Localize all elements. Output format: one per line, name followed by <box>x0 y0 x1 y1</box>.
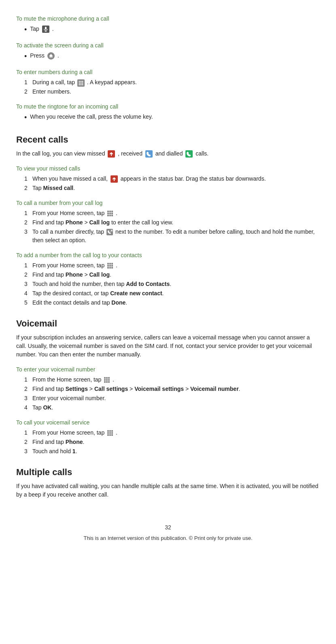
enter-voicemail-list: 1 From the Home screen, tap . 2 <box>24 375 320 412</box>
svg-rect-15 <box>145 150 153 158</box>
step-num: 2 <box>24 184 32 192</box>
enter-numbers-list: 1 During a call, tap . A keypad appears. <box>24 78 320 96</box>
step-num: 2 <box>24 438 32 446</box>
svg-rect-40 <box>104 379 106 381</box>
recent-calls-heading: Recent calls <box>16 133 320 146</box>
enter-numbers-section: To enter numbers during a call 1 During … <box>16 68 320 96</box>
page-footer: 32 This is an Internet version of this p… <box>16 523 320 542</box>
step-text: From your Home screen, tap . <box>32 261 320 270</box>
svg-rect-38 <box>106 377 108 379</box>
activate-screen-heading: To activate the screen during a call <box>16 41 320 50</box>
activate-screen-bullet: • Press . <box>24 51 320 62</box>
svg-rect-32 <box>109 265 111 267</box>
apps-icon-3 <box>104 377 110 383</box>
step-num: 3 <box>24 394 32 403</box>
svg-rect-54 <box>111 434 113 436</box>
svg-rect-25 <box>109 215 111 216</box>
svg-rect-49 <box>107 432 109 434</box>
view-missed-list: 1 When you have missed a call, appears i… <box>24 175 320 192</box>
svg-rect-28 <box>107 263 109 264</box>
add-from-log-heading: To add a number from the call log to you… <box>16 251 320 260</box>
add-from-log-list: 1 From your Home screen, tap . 2 <box>24 261 320 307</box>
mute-ringtone-heading: To mute the ringtone for an incoming cal… <box>16 102 320 111</box>
step-num: 3 <box>24 447 32 456</box>
svg-rect-18 <box>107 211 109 212</box>
dialled-call-icon <box>185 150 193 158</box>
step-num: 1 <box>24 175 32 183</box>
step-num: 1 <box>24 429 32 437</box>
step-text: Find and tap Phone > Call log. <box>32 271 320 279</box>
table-row: 2 Find and tap Phone > Call log. <box>24 271 320 279</box>
table-row: 3 Enter your voicemail number. <box>24 394 320 403</box>
svg-rect-24 <box>107 215 109 216</box>
svg-rect-23 <box>111 213 113 214</box>
table-row: 2 Find and tap Phone. <box>24 438 320 446</box>
step-text: From your Home screen, tap . <box>32 429 320 437</box>
table-row: 2 Find and tap Phone > Call log to enter… <box>24 218 320 227</box>
svg-point-6 <box>80 81 81 82</box>
svg-rect-16 <box>185 150 193 158</box>
svg-rect-26 <box>111 215 113 216</box>
table-row: 2 Enter numbers. <box>24 87 320 96</box>
svg-rect-51 <box>111 432 113 434</box>
table-row: 5 Edit the contact details and tap Done. <box>24 299 320 307</box>
call-voicemail-list: 1 From your Home screen, tap . 2 <box>24 429 320 456</box>
svg-rect-45 <box>108 381 110 383</box>
missed-status-icon <box>110 175 118 183</box>
activate-screen-section: To activate the screen during a call • P… <box>16 41 320 62</box>
bullet-dot-2: • <box>24 51 27 62</box>
call-from-log-heading: To call a number from your call log <box>16 199 320 207</box>
svg-rect-29 <box>109 263 111 264</box>
svg-rect-1 <box>45 27 47 30</box>
svg-point-12 <box>80 84 81 85</box>
svg-rect-19 <box>109 211 111 212</box>
svg-rect-48 <box>111 430 113 432</box>
step-num: 1 <box>24 375 32 384</box>
multiple-calls-heading: Multiple calls <box>16 465 320 479</box>
svg-rect-53 <box>109 434 111 436</box>
svg-rect-50 <box>109 432 111 434</box>
enter-voicemail-heading: To enter your voicemail number <box>16 365 320 374</box>
view-missed-section: To view your missed calls 1 When you hav… <box>16 164 320 192</box>
step-num: 4 <box>24 289 32 298</box>
step-text: When you have missed a call, appears in … <box>32 175 320 183</box>
bullet-dot-3: • <box>24 113 27 123</box>
svg-rect-36 <box>111 267 113 269</box>
svg-rect-34 <box>107 267 109 269</box>
table-row: 1 When you have missed a call, appears i… <box>24 175 320 183</box>
phone-arrow-icon <box>106 229 113 235</box>
svg-point-9 <box>80 82 81 83</box>
svg-rect-20 <box>111 211 113 212</box>
recent-calls-section: Recent calls In the call log, you can vi… <box>16 133 320 158</box>
call-from-log-section: To call a number from your call log 1 Fr… <box>16 199 320 245</box>
mute-ringtone-section: To mute the ringtone for an incoming cal… <box>16 102 320 123</box>
step-num: 2 <box>24 218 32 227</box>
call-voicemail-heading: To call your voicemail service <box>16 418 320 427</box>
svg-rect-52 <box>107 434 109 436</box>
table-row: 4 Tap the desired contact, or tap Create… <box>24 289 320 298</box>
svg-rect-33 <box>111 265 113 267</box>
table-row: 2 Find and tap Settings > Call settings … <box>24 385 320 393</box>
enter-numbers-heading: To enter numbers during a call <box>16 68 320 77</box>
svg-rect-44 <box>106 381 108 383</box>
step-num: 2 <box>24 385 32 393</box>
step-text: Touch and hold 1. <box>32 447 320 456</box>
table-row: 3 To call a number directly, tap next to… <box>24 228 320 245</box>
table-row: 2 Tap Missed call. <box>24 184 320 192</box>
apps-icon-2 <box>107 262 113 269</box>
svg-rect-46 <box>107 430 109 432</box>
enter-voicemail-section: To enter your voicemail number 1 From th… <box>16 365 320 412</box>
step-num: 3 <box>24 228 32 245</box>
call-voicemail-section: To call your voicemail service 1 From yo… <box>16 418 320 456</box>
table-row: 1 During a call, tap . A keypad appears. <box>24 78 320 87</box>
voicemail-heading: Voicemail <box>16 317 320 330</box>
step-num: 2 <box>24 271 32 279</box>
step-num: 4 <box>24 403 32 412</box>
step-text: Tap Missed call. <box>32 184 320 192</box>
svg-point-11 <box>79 84 80 85</box>
svg-point-10 <box>82 82 83 83</box>
mic-icon <box>42 25 50 33</box>
svg-rect-22 <box>109 213 111 214</box>
apps-icon <box>107 210 113 217</box>
table-row: 1 From the Home screen, tap . <box>24 375 320 384</box>
